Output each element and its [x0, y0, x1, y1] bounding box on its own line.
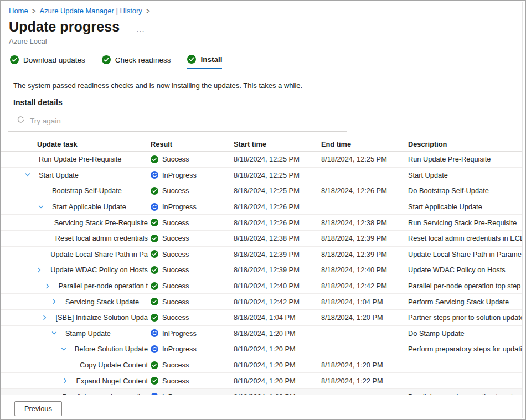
task-cell: Bootstrap Self-Update — [14, 186, 148, 195]
result-label: InProgress — [162, 203, 197, 211]
result-label: Success — [162, 234, 189, 242]
chevron-down-icon[interactable] — [38, 204, 52, 210]
column-header-start-time[interactable]: Start time — [234, 140, 321, 148]
breadcrumb-link-home[interactable]: Home — [9, 7, 28, 15]
task-label: Update Local Share Path in Pa — [50, 250, 148, 258]
task-cell: Parallel per-node operation t — [14, 282, 148, 290]
chevron-right-icon[interactable] — [51, 298, 65, 305]
chevron-right-icon[interactable] — [44, 283, 59, 289]
column-header-end-time[interactable]: End time — [321, 140, 408, 148]
result-cell: Success — [148, 250, 234, 258]
result-label: Success — [162, 282, 189, 290]
start-time-cell: 8/18/2024, 12:25 PM — [234, 171, 321, 179]
table-row[interactable]: Stamp Update InProgress 8/18/2024, 1:20 … — [1, 326, 522, 342]
task-label: Servicing Stack Pre-Requisite — [54, 219, 148, 227]
task-label: Bootstrap Self-Update — [52, 186, 122, 195]
description-cell: Parallel per-node operation top step — [408, 282, 522, 290]
result-label: InProgress — [162, 171, 197, 179]
chevron-right-icon[interactable] — [36, 267, 50, 273]
success-icon — [151, 282, 158, 290]
breadcrumb-link-update-manager-history[interactable]: Azure Update Manager | History — [39, 7, 142, 15]
result-cell: Success — [148, 219, 234, 227]
description-cell: Update Local Share Path in Parameters — [408, 250, 522, 258]
chevron-down-icon[interactable] — [24, 172, 39, 178]
task-label: Expand Nuget Content — [76, 377, 148, 385]
table-row[interactable]: Parallel per-node operation t Success 8/… — [1, 278, 522, 294]
end-time-cell: 8/18/2024, 12:25 PM — [321, 155, 408, 163]
start-time-cell: 8/18/2024, 12:25 PM — [234, 155, 321, 163]
result-label: Success — [162, 298, 189, 306]
table-row[interactable]: Run Update Pre-Requisite Success 8/18/20… — [1, 152, 522, 168]
success-icon — [151, 219, 158, 226]
task-cell: Before Solution Update — [14, 345, 148, 353]
chevron-down-icon[interactable] — [60, 346, 75, 352]
table-row[interactable]: Servicing Stack Update Success 8/18/2024… — [1, 294, 522, 310]
result-cell: InProgress — [148, 329, 234, 338]
start-time-cell: 8/18/2024, 1:04 PM — [234, 313, 321, 322]
progress-steps: Download updates Check readiness Install — [10, 55, 525, 69]
progress-step-download-updates[interactable]: Download updates — [10, 55, 85, 69]
progress-step-install[interactable]: Install — [187, 55, 222, 69]
table-row[interactable]: Start Update InProgress 8/18/2024, 12:25… — [1, 168, 522, 184]
end-time-cell: 8/18/2024, 12:39 PM — [321, 250, 408, 258]
task-cell: Servicing Stack Pre-Requisite — [14, 219, 148, 227]
result-label: Success — [162, 219, 189, 227]
success-icon — [151, 266, 158, 274]
column-header-result[interactable]: Result — [148, 140, 234, 148]
breadcrumb-separator-icon: > — [146, 7, 150, 15]
inprogress-icon — [151, 329, 158, 337]
table-row[interactable]: Before Solution Update InProgress 8/18/2… — [1, 341, 522, 357]
result-label: Success — [162, 361, 189, 369]
result-cell: Success — [148, 282, 234, 290]
table-row[interactable]: Start Applicable Update InProgress 8/18/… — [1, 199, 522, 215]
table-row[interactable]: Copy Update Content Success 8/18/2024, 1… — [1, 357, 522, 374]
table-row[interactable]: Bootstrap Self-Update Success 8/18/2024,… — [1, 183, 522, 199]
success-icon — [151, 235, 158, 242]
table-row[interactable]: Reset local admin credentials Success 8/… — [1, 231, 522, 247]
success-check-icon — [10, 55, 19, 64]
previous-button[interactable]: Previous — [14, 401, 62, 416]
result-label: Success — [162, 313, 189, 322]
end-time-cell: 8/18/2024, 12:38 PM — [321, 219, 408, 227]
end-time-cell: 8/18/2024, 1:04 PM — [321, 298, 408, 306]
step-label: Check readiness — [115, 56, 171, 64]
success-check-icon — [102, 55, 111, 64]
chevron-right-icon[interactable] — [62, 377, 76, 384]
table-row[interactable]: Expand Nuget Content Success 8/18/2024, … — [1, 373, 522, 389]
success-icon — [151, 361, 158, 369]
table-row[interactable]: [SBE] Initialize Solution Upda Success 8… — [1, 310, 522, 326]
table-row[interactable]: Update WDAC Policy on Hosts Success 8/18… — [1, 262, 522, 278]
try-again-button[interactable]: Try again — [30, 117, 61, 125]
page-title: Update progress — [9, 19, 120, 35]
description-cell: Do Stamp Update — [408, 329, 522, 338]
chevron-down-icon[interactable] — [51, 330, 65, 336]
result-cell: Success — [148, 361, 234, 369]
end-time-cell: 8/18/2024, 12:40 PM — [321, 266, 408, 274]
result-cell: Success — [148, 266, 234, 274]
description-cell: Partner steps prior to solution update — [408, 313, 522, 322]
task-cell: Expand Nuget Content — [14, 377, 148, 385]
table-body: Run Update Pre-Requisite Success 8/18/20… — [1, 152, 522, 405]
start-time-cell: 8/18/2024, 12:42 PM — [234, 298, 321, 306]
result-cell: Success — [148, 186, 234, 195]
progress-step-check-readiness[interactable]: Check readiness — [102, 55, 171, 69]
inprogress-icon — [151, 345, 158, 353]
result-cell: Success — [148, 155, 234, 163]
result-cell: InProgress — [148, 345, 234, 353]
table-row[interactable]: Servicing Stack Pre-Requisite Success 8/… — [1, 215, 522, 231]
description-cell: Do Bootstrap Self-Update — [408, 186, 522, 195]
start-time-cell: 8/18/2024, 1:20 PM — [234, 345, 321, 353]
end-time-cell: 8/18/2024, 1:22 PM — [321, 377, 408, 385]
footer-bar: Previous — [1, 395, 525, 419]
task-cell: Start Applicable Update — [14, 203, 148, 211]
result-cell: Success — [148, 298, 234, 306]
more-menu-icon[interactable]: ... — [136, 22, 145, 32]
chevron-right-icon[interactable] — [42, 314, 56, 321]
table-header-row: Update task Result Start time End time D… — [1, 137, 522, 152]
table-row[interactable]: Update Local Share Path in Pa Success 8/… — [1, 247, 522, 263]
start-time-cell: 8/18/2024, 12:39 PM — [234, 250, 321, 258]
column-header-description[interactable]: Description — [408, 140, 522, 148]
result-label: InProgress — [162, 345, 197, 353]
task-cell: [SBE] Initialize Solution Upda — [14, 313, 148, 322]
column-header-update-task[interactable]: Update task — [14, 140, 148, 148]
